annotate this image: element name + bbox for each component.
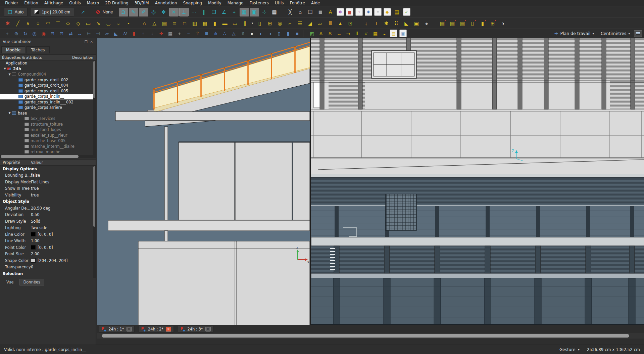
annotation-styles-button[interactable]: A (326, 8, 335, 16)
toolbar-button[interactable] (281, 8, 284, 16)
menu-macro[interactable]: Macro (84, 0, 102, 6)
autogroup-button[interactable]: ⊘ None (92, 8, 117, 16)
part-box-button[interactable]: ■ (293, 30, 301, 37)
viewport-section[interactable] (311, 174, 644, 325)
draft-circle-button[interactable]: ○ (33, 19, 43, 28)
point-array-button[interactable]: ∴ (220, 30, 229, 37)
axis-system-button[interactable]: # (362, 30, 370, 37)
snap-near-button[interactable]: ✕ (169, 8, 179, 16)
path-array-button[interactable]: ⋔ (211, 30, 220, 37)
views-manager-button[interactable]: ❏ (306, 8, 315, 16)
draft-cubic-bezier-button[interactable]: ⌣ (114, 19, 123, 28)
menu-3d-bim[interactable]: 3D/BIM (132, 0, 152, 6)
bim-reinforcement-button[interactable]: ⠿ (392, 19, 401, 28)
draft-move-button[interactable]: + (3, 30, 11, 37)
tree-item[interactable]: garde_corps_inclin__ (0, 94, 96, 99)
close-icon[interactable]: ✕ (205, 327, 211, 331)
working-plane-dropdown[interactable]: + Plan de travail ▾ (551, 31, 597, 37)
bim-rebar-button[interactable]: ∥ (240, 19, 250, 28)
close-icon[interactable]: ✕ (166, 327, 171, 331)
flamingo-panel-button[interactable]: ▮ (478, 19, 487, 28)
draft-bezier-button[interactable]: ◡ (104, 19, 113, 28)
property-row[interactable]: Display Mode Flat Lines (0, 179, 96, 185)
draft-polygon-button[interactable]: ◇ (73, 19, 83, 28)
draft-rotate-button[interactable]: ↻ (21, 30, 30, 37)
draft-offset-button[interactable]: ◎ (30, 30, 39, 37)
draft-arc-button[interactable]: ◠ (43, 19, 53, 28)
menu-modify[interactable]: Modify (205, 0, 225, 6)
toolbar-button[interactable] (357, 19, 360, 27)
snap-intersection-button[interactable]: + (230, 8, 239, 16)
bim-welcome-button[interactable]: ⌂ (296, 8, 305, 16)
property-row[interactable]: Object Style (0, 198, 96, 205)
draft-remove-point-button[interactable]: ↓ (148, 30, 156, 37)
viewport-elevation[interactable]: Z (311, 38, 644, 174)
flamingo-window-button[interactable]: ⊞ (488, 19, 497, 28)
draft-copy-button[interactable]: ⊕ (12, 30, 20, 37)
tree-item[interactable]: box_services (0, 116, 96, 122)
render-document-button[interactable]: ✽ (337, 8, 344, 16)
cost-document-button[interactable]: ◆ (384, 8, 391, 16)
snap-angle-button[interactable]: ∠ (219, 8, 229, 16)
draft-facebinder-button[interactable]: ▮ (130, 30, 138, 37)
circular-array-button[interactable]: ⇧ (239, 30, 247, 37)
property-row[interactable]: Display Options (0, 166, 96, 172)
menu-fenetre[interactable]: Fenêtre (287, 0, 308, 6)
spreadsheet-button[interactable]: ▤ (392, 8, 402, 16)
property-row[interactable]: Draw Style Solid (0, 218, 96, 225)
draft-wire-to-bspline-button[interactable]: N (121, 30, 129, 37)
tree-item[interactable]: mur_fond_loges (0, 127, 96, 133)
snap-midpoint-button[interactable]: ✐ (139, 8, 148, 16)
bim-beam-button[interactable]: ▬ (220, 19, 230, 28)
property-row[interactable]: Show In Tree true (0, 185, 96, 192)
property-row[interactable]: Visibility true (0, 192, 96, 198)
tree-expand-arrow[interactable]: ▼ (7, 112, 12, 115)
snap-working-plane-button[interactable]: ▣ (250, 8, 259, 16)
property-row[interactable]: Angular De... 28.50 deg (0, 205, 96, 212)
property-row[interactable]: Deviation 0.50 (0, 212, 96, 218)
bim-pipe-button[interactable]: ◎ (275, 19, 285, 28)
view-tab-3[interactable]: F 24h : 3* ✕ (178, 326, 213, 333)
draft-join-button[interactable]: ⊢ (85, 30, 93, 37)
draft-stretch-button[interactable]: ↔ (76, 30, 84, 37)
tree-item[interactable]: garde_corps_droit_004 (0, 83, 96, 88)
bim-door-button[interactable]: ▯ (255, 19, 264, 28)
menu-manage[interactable]: Manage (225, 0, 247, 6)
bim-pipe-connector-button[interactable]: ⌐ (285, 19, 295, 28)
view-tab-1[interactable]: F 24h : 1* ✕ (99, 326, 135, 333)
part-cut-button[interactable]: ◑ (266, 30, 274, 37)
menu-fasteners[interactable]: Fasteners (246, 0, 272, 6)
part-common-button[interactable]: ◐ (257, 30, 265, 37)
section-view-canvas[interactable] (311, 174, 644, 325)
bim-wall-button[interactable]: ▥ (190, 19, 199, 28)
draft-edit-mode-button[interactable]: ▱ (103, 30, 111, 37)
tab-modele[interactable]: Modèle (1, 46, 25, 53)
property-row[interactable]: Line Color [0, 0, 0] (0, 231, 96, 238)
bim-space-button[interactable]: □ (180, 19, 189, 28)
menu-annotation[interactable]: Annotation (152, 0, 180, 6)
tab-donnees[interactable]: Données (19, 279, 44, 285)
property-row[interactable]: Transparency 0 (0, 264, 96, 271)
project-document-button[interactable]: ❖ (365, 8, 372, 16)
draft-ellipse-button[interactable]: ○ (63, 19, 73, 28)
dock-float-icon[interactable]: ❐ (85, 40, 88, 44)
property-vertical-scrollbar[interactable] (93, 166, 96, 278)
shape-2d-view-button[interactable]: ◩ (308, 30, 316, 37)
arch-remove-component-button[interactable]: − (184, 30, 193, 37)
flamingo-wall-2-button[interactable]: ▤ (448, 19, 457, 28)
menu-2d-drafting[interactable]: 2D Drafting (102, 0, 132, 6)
bar-chart-document-button[interactable]: ▆ (346, 8, 353, 16)
apply-style-button[interactable]: ↗ (77, 8, 89, 16)
part-union-button[interactable]: ● (248, 30, 256, 37)
snap-lock-button[interactable]: Ω (119, 8, 128, 16)
menu-outils[interactable]: Outils (66, 0, 84, 6)
label-button[interactable]: ⊸ (344, 30, 352, 37)
draft-mirror-button[interactable]: ⇄ (66, 30, 75, 37)
tree-item[interactable]: garde_corps_droit_005 (0, 88, 96, 94)
annotation-text-button[interactable]: A (317, 30, 325, 37)
bim-project-button[interactable]: ⌂ (140, 19, 149, 28)
tree-item[interactable]: ▼ 24h (0, 66, 96, 72)
menu-snapping[interactable]: Snapping (180, 0, 205, 6)
flamingo-wall-button[interactable]: ▤ (438, 19, 447, 28)
ifc-explorer-button[interactable]: ▤ (390, 30, 397, 37)
